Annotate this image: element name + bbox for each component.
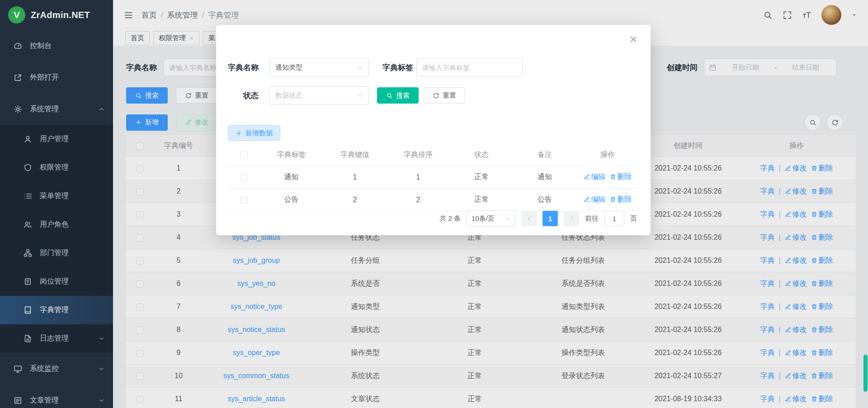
cell-sort: 2 [387, 196, 450, 204]
refresh-icon [433, 92, 439, 99]
checkbox-cell [228, 173, 259, 181]
prev-page-button[interactable] [521, 211, 537, 226]
edit-link[interactable]: 编辑 [584, 172, 606, 182]
cell-remark: 公告 [513, 195, 576, 204]
cell-label: 公告 [259, 195, 323, 204]
cell-label: 通知 [259, 172, 323, 182]
chevron-down-icon [357, 93, 363, 99]
arrow-right-icon [569, 216, 575, 222]
edit-link-label: 编辑 [591, 195, 606, 203]
edit-icon [584, 174, 590, 180]
column-header: 字典键值 [323, 150, 387, 160]
dict-label-input[interactable] [416, 58, 523, 76]
add-data-button[interactable]: 新增数据 [228, 125, 280, 141]
page-size-value: 10条/页 [472, 214, 495, 223]
pagination-total: 共 2 条 [439, 214, 461, 223]
column-header: 状态 [450, 150, 513, 160]
add-data-button-label: 新增数据 [245, 129, 273, 138]
column-header: 字典排序 [387, 150, 450, 160]
delete-link[interactable]: 删除 [610, 195, 632, 204]
jump-page-input[interactable] [604, 211, 624, 226]
search-icon [386, 92, 393, 99]
dialog-dict-label-label: 字典标签 [382, 62, 413, 73]
dict-name-select-value: 通知类型 [275, 63, 302, 72]
cell-actions: 编辑删除 [576, 172, 639, 182]
chevron-down-icon [505, 216, 510, 222]
column-header: 备注 [513, 150, 576, 160]
dialog-search-button-label: 搜索 [396, 91, 410, 100]
edit-link-label: 编辑 [591, 173, 606, 180]
cell-remark: 通知 [513, 172, 576, 182]
row-checkbox[interactable] [240, 196, 247, 204]
cell-sort: 1 [387, 173, 450, 181]
dialog-table-header-row: 字典标签字典键值字典排序状态备注操作 [228, 144, 639, 166]
checkbox-cell [228, 196, 259, 204]
current-page[interactable]: 1 [542, 211, 558, 226]
status-select[interactable]: 数据状态 [269, 86, 369, 104]
dialog-form-row-2: 状态 数据状态 搜索 重置 [216, 86, 651, 104]
cell-value: 2 [323, 196, 387, 204]
row-checkbox[interactable] [240, 174, 247, 181]
chevron-down-icon [357, 65, 363, 71]
close-icon[interactable] [629, 35, 638, 44]
dialog-search-button[interactable]: 搜索 [377, 87, 419, 104]
app-root: V ZrAdmin.NET 控制台外部打开系统管理用户管理权限管理菜单管理用户角… [0, 0, 868, 408]
dict-data-dialog: 字典名称 通知类型 字典标签 状态 数据状态 搜索 重置 [216, 25, 651, 235]
edit-icon [584, 196, 590, 203]
jump-prefix: 前往 [585, 214, 599, 223]
page-size-select[interactable]: 10条/页 [467, 210, 515, 227]
pagination: 共 2 条 10条/页 1 前往 页 [228, 209, 637, 228]
trash-icon [610, 196, 616, 203]
cell-value: 1 [323, 173, 387, 181]
arrow-left-icon [526, 216, 532, 222]
column-header: 操作 [576, 150, 639, 160]
trash-icon [610, 174, 616, 180]
dialog-table-row: 通知11正常通知编辑删除 [228, 166, 639, 189]
dialog-dict-name-label: 字典名称 [216, 62, 259, 73]
delete-link[interactable]: 删除 [610, 172, 632, 182]
cell-actions: 编辑删除 [576, 195, 639, 204]
edit-link[interactable]: 编辑 [584, 195, 606, 204]
delete-link-label: 删除 [618, 173, 632, 180]
dialog-form-row-1: 字典名称 通知类型 字典标签 [216, 58, 651, 76]
column-header: 字典标签 [259, 150, 323, 160]
next-page-button[interactable] [564, 211, 579, 226]
jump-suffix: 页 [630, 214, 637, 223]
select-all-cell [228, 151, 259, 159]
dialog-table-row: 公告22正常公告编辑删除 [228, 189, 639, 211]
plus-icon [236, 130, 242, 137]
status-select-placeholder: 数据状态 [275, 91, 302, 100]
dialog-reset-button[interactable]: 重置 [424, 87, 465, 104]
dialog-reset-button-label: 重置 [443, 91, 456, 100]
delete-link-label: 删除 [618, 195, 632, 203]
dict-name-select[interactable]: 通知类型 [269, 58, 369, 76]
cell-status: 正常 [450, 195, 513, 204]
dict-data-table: 字典标签字典键值字典排序状态备注操作通知11正常通知编辑删除公告22正常公告编辑… [228, 144, 639, 211]
scrollbar-thumb[interactable] [863, 355, 868, 392]
select-all-checkbox[interactable] [240, 152, 247, 159]
cell-status: 正常 [450, 172, 513, 182]
dialog-status-label: 状态 [216, 90, 259, 101]
